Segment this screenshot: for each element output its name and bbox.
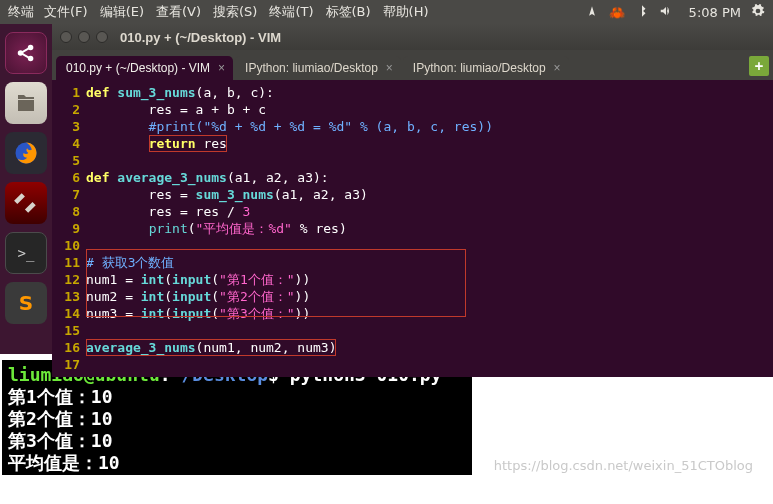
line-number: 12 (52, 271, 86, 288)
code-line: 15 (52, 322, 773, 339)
unity-launcher: >_ S (0, 24, 52, 354)
terminal-line: 第3个值：10 (8, 430, 466, 452)
line-number: 2 (52, 101, 86, 118)
code-source (86, 152, 773, 169)
dash-icon[interactable] (5, 32, 47, 74)
menu-tabs[interactable]: 标签(B) (326, 3, 371, 21)
close-icon[interactable]: × (218, 61, 225, 75)
line-number: 11 (52, 254, 86, 271)
code-line: 9 print("平均值是：%d" % res) (52, 220, 773, 237)
code-line: 17 (52, 356, 773, 373)
code-source: num1 = int(input("第1个值：")) (86, 271, 773, 288)
code-line: 12num1 = int(input("第1个值：")) (52, 271, 773, 288)
terminal-icon[interactable]: >_ (5, 232, 47, 274)
line-number: 17 (52, 356, 86, 373)
tab-ipython-1[interactable]: IPython: liumiao/Desktop × (235, 56, 401, 80)
menu-help[interactable]: 帮助(H) (383, 3, 429, 21)
terminal-line: 第2个值：10 (8, 408, 466, 430)
code-source: res = a + b + c (86, 101, 773, 118)
line-number: 8 (52, 203, 86, 220)
code-source: return res (86, 135, 773, 152)
window-maximize-icon[interactable] (96, 31, 108, 43)
code-line: 3 #print("%d + %d + %d = %d" % (a, b, c,… (52, 118, 773, 135)
new-tab-button[interactable]: + (749, 56, 769, 76)
code-line: 2 res = a + b + c (52, 101, 773, 118)
code-source (86, 237, 773, 254)
line-number: 16 (52, 339, 86, 356)
menu-term[interactable]: 终端(T) (269, 3, 313, 21)
code-source: print("平均值是：%d" % res) (86, 220, 773, 237)
code-line: 10 (52, 237, 773, 254)
code-source (86, 322, 773, 339)
code-source (86, 356, 773, 373)
crab-icon[interactable]: 🦀 (609, 5, 625, 20)
code-source: def average_3_nums(a1, a2, a3): (86, 169, 773, 186)
code-source: #print("%d + %d + %d = %d" % (a, b, c, r… (86, 118, 773, 135)
watermark-text: https://blog.csdn.net/weixin_51CTOblog (2, 458, 771, 473)
code-source: def sum_3_nums(a, b, c): (86, 84, 773, 101)
code-source: res = res / 3 (86, 203, 773, 220)
settings-icon[interactable] (5, 182, 47, 224)
system-tray: 🦀 5:08 PM (585, 4, 765, 21)
line-number: 7 (52, 186, 86, 203)
tab-label: 010.py + (~/Desktop) - VIM (66, 61, 210, 75)
tab-label: IPython: liumiao/Desktop (413, 61, 546, 75)
line-number: 14 (52, 305, 86, 322)
menu-view[interactable]: 查看(V) (156, 3, 201, 21)
code-line: 6def average_3_nums(a1, a2, a3): (52, 169, 773, 186)
line-number: 1 (52, 84, 86, 101)
code-line: 14num3 = int(input("第3个值：")) (52, 305, 773, 322)
line-number: 15 (52, 322, 86, 339)
close-icon[interactable]: × (554, 61, 561, 75)
code-source: average_3_nums(num1, num2, num3) (86, 339, 773, 356)
code-line: 4 return res (52, 135, 773, 152)
line-number: 10 (52, 237, 86, 254)
tab-bar: 010.py + (~/Desktop) - VIM × IPython: li… (52, 50, 773, 80)
code-source: num3 = int(input("第3个值：")) (86, 305, 773, 322)
tab-010py[interactable]: 010.py + (~/Desktop) - VIM × (56, 56, 233, 80)
code-line: 16average_3_nums(num1, num2, num3) (52, 339, 773, 356)
window-title: 010.py + (~/Desktop) - VIM (120, 30, 281, 45)
line-number: 4 (52, 135, 86, 152)
network-icon[interactable] (585, 4, 599, 21)
line-number: 9 (52, 220, 86, 237)
terminal-line: 第1个值：10 (8, 386, 466, 408)
close-icon[interactable]: × (386, 61, 393, 75)
code-source: # 获取3个数值 (86, 254, 773, 271)
tab-ipython-2[interactable]: IPython: liumiao/Desktop × (403, 56, 569, 80)
clock[interactable]: 5:08 PM (689, 5, 741, 20)
bluetooth-icon[interactable] (635, 4, 649, 21)
window-minimize-icon[interactable] (78, 31, 90, 43)
code-source: num2 = int(input("第2个值：")) (86, 288, 773, 305)
line-number: 3 (52, 118, 86, 135)
code-line: 11# 获取3个数值 (52, 254, 773, 271)
line-number: 5 (52, 152, 86, 169)
code-line: 8 res = res / 3 (52, 203, 773, 220)
code-line: 1def sum_3_nums(a, b, c): (52, 84, 773, 101)
menu-search[interactable]: 搜索(S) (213, 3, 257, 21)
volume-icon[interactable] (659, 4, 673, 21)
line-number: 13 (52, 288, 86, 305)
window-close-icon[interactable] (60, 31, 72, 43)
firefox-icon[interactable] (5, 132, 47, 174)
sublime-icon[interactable]: S (5, 282, 47, 324)
system-menubar: 终端 文件(F) 编辑(E) 查看(V) 搜索(S) 终端(T) 标签(B) 帮… (0, 0, 773, 24)
code-line: 7 res = sum_3_nums(a1, a2, a3) (52, 186, 773, 203)
menu-file[interactable]: 文件(F) (44, 3, 88, 21)
gear-icon[interactable] (751, 4, 765, 21)
code-line: 13num2 = int(input("第2个值：")) (52, 288, 773, 305)
app-name: 终端 (8, 3, 34, 21)
code-source: res = sum_3_nums(a1, a2, a3) (86, 186, 773, 203)
line-number: 6 (52, 169, 86, 186)
window-titlebar[interactable]: 010.py + (~/Desktop) - VIM (52, 24, 773, 50)
code-line: 5 (52, 152, 773, 169)
menu-edit[interactable]: 编辑(E) (100, 3, 144, 21)
tab-label: IPython: liumiao/Desktop (245, 61, 378, 75)
files-icon[interactable] (5, 82, 47, 124)
editor-window: 010.py + (~/Desktop) - VIM 010.py + (~/D… (52, 24, 773, 354)
code-editor[interactable]: 1def sum_3_nums(a, b, c):2 res = a + b +… (52, 80, 773, 377)
screenshot-vim: 终端 文件(F) 编辑(E) 查看(V) 搜索(S) 终端(T) 标签(B) 帮… (0, 0, 773, 354)
